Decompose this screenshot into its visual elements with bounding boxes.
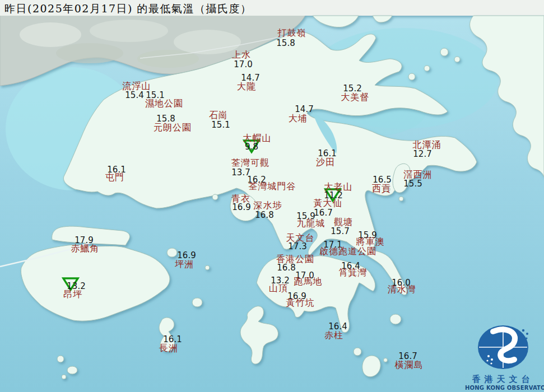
station-name: 大老山: [324, 181, 353, 193]
map-title: 昨日(2025年02月17日) 的最低氣溫（攝氏度）: [4, 2, 252, 16]
station-name: 大埔: [289, 113, 308, 125]
station-name: 石崗: [209, 110, 228, 122]
station-name: 長洲: [159, 343, 178, 354]
station-temperature-value: 16.8: [255, 210, 273, 220]
station-name: 大美督: [341, 92, 370, 104]
station-name: 啟德跑道公園: [319, 246, 376, 258]
station-name: 坪洲: [175, 259, 194, 270]
station-temperature-value: 16.7: [314, 208, 332, 218]
hko-logo-icon: [474, 324, 532, 373]
station-name: 清水灣: [388, 284, 416, 296]
station-name: 觀塘: [334, 217, 353, 228]
station-name: 大帽山: [243, 133, 272, 144]
station-name: 荃灣城門谷: [249, 181, 296, 193]
station-name: 元朗公園: [154, 122, 192, 134]
station-name: 黃竹坑: [286, 297, 315, 309]
station-name: 跑馬地: [294, 276, 323, 288]
station-temperature-value: 15.8: [276, 38, 295, 48]
stations-layer: 15.8打鼓嶺17.0上水14.7大隴15.4流浮山15.1濕地公園15.8元朗…: [0, 0, 544, 392]
station-name: 滘西洲: [404, 169, 433, 181]
hko-logo-cn-text: 香港天文台: [465, 374, 541, 385]
station-name: 香港公園: [276, 254, 314, 265]
weather-map-screen: 昨日(2025年02月17日) 的最低氣溫（攝氏度） 15.8打鼓嶺17.0上水…: [0, 0, 544, 392]
station-temperature-value: 17.0: [234, 59, 252, 69]
station-name: 北潭涌: [413, 139, 441, 151]
station-name: 大隴: [237, 81, 256, 93]
station-name: 西貢: [372, 183, 391, 195]
station-name: 青衣: [231, 193, 250, 205]
station-name: 筲箕灣: [339, 267, 368, 279]
station-temperature-value: 15.1: [211, 120, 230, 130]
hko-logo: 香港天文台 HONG KONG OBSERVATORY: [465, 324, 541, 391]
station-name: 打鼓嶺: [278, 27, 306, 39]
hko-logo-en-text: HONG KONG OBSERVATORY: [465, 385, 541, 391]
station-name: 昂坪: [63, 289, 82, 301]
station-name: 荃灣可觀: [231, 157, 269, 169]
station-name: 橫瀾島: [395, 360, 424, 371]
station-name: 天文台: [286, 232, 315, 244]
station-name: 山頂: [269, 283, 288, 295]
station-name: 沙田: [316, 157, 335, 169]
station-name: 屯門: [105, 172, 124, 184]
station-name: 深水埗: [254, 200, 282, 212]
station-name: 赤柱: [324, 330, 343, 342]
station-name: 九龍城: [297, 218, 326, 230]
station-name: 赤鱲角: [71, 243, 100, 255]
station-name: 上水: [232, 49, 251, 61]
station-name: 濕地公園: [145, 98, 183, 110]
station-name: 黃大仙: [314, 198, 342, 209]
